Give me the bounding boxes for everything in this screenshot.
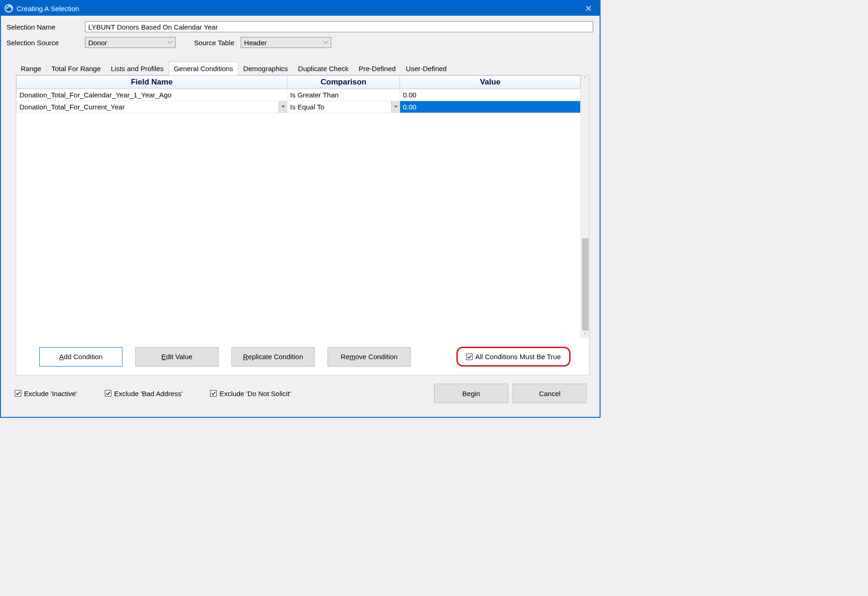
footer-buttons: Begin Cancel xyxy=(434,384,587,403)
close-button[interactable] xyxy=(579,1,598,16)
window-title: Creating A Selection xyxy=(17,5,579,12)
checkbox-box xyxy=(15,390,21,397)
all-conditions-callout: All Conditions Must Be True xyxy=(456,347,571,367)
table-row[interactable]: Donation_Total_For_Current_Year Is Equal… xyxy=(17,101,581,113)
source-table-select[interactable]: Header xyxy=(241,37,331,48)
all-conditions-checkbox[interactable]: All Conditions Must Be True xyxy=(466,353,561,361)
edit-value-button[interactable]: Edit Value xyxy=(135,347,219,367)
tab-pre-defined[interactable]: Pre-Defined xyxy=(354,61,401,75)
col-header-field[interactable]: Field Name xyxy=(17,76,287,89)
scroll-up-arrow[interactable]: ˄ xyxy=(584,76,586,81)
check-icon xyxy=(106,391,110,396)
tab-range[interactable]: Range xyxy=(16,61,46,75)
exclude-inactive-checkbox[interactable]: Exclude 'Inactive' xyxy=(15,390,77,397)
selection-source-label: Selection Source xyxy=(6,39,85,47)
checkbox-box xyxy=(210,390,217,397)
tab-general-conditions[interactable]: General Conditions xyxy=(169,61,238,75)
tab-user-defined[interactable]: User-Defined xyxy=(401,61,452,75)
cell-field[interactable]: Donation_Total_For_Calendar_Year_1_Year_… xyxy=(17,89,287,101)
chevron-down-icon xyxy=(281,106,285,108)
cell-comparison[interactable]: Is Greater Than xyxy=(287,89,400,101)
checkbox-box xyxy=(466,354,473,360)
tab-duplicate-check[interactable]: Duplicate Check xyxy=(293,61,353,75)
tab-demographics[interactable]: Demographics xyxy=(238,61,293,75)
tab-lists-and-profiles[interactable]: Lists and Profiles xyxy=(106,61,169,75)
scroll-down-arrow[interactable]: ˅ xyxy=(584,332,586,337)
check-icon xyxy=(211,391,216,396)
checkbox-box xyxy=(105,390,111,397)
selection-source-select[interactable]: Donor xyxy=(85,37,176,48)
conditions-grid-wrap: Field Name Comparison Value Donation_Tot… xyxy=(16,75,589,338)
exclude-inactive-label: Exclude 'Inactive' xyxy=(24,390,77,397)
replicate-condition-button[interactable]: Replicate Condition xyxy=(231,347,315,367)
cell-field[interactable]: Donation_Total_For_Current_Year xyxy=(17,101,287,113)
check-icon xyxy=(467,355,472,359)
close-icon xyxy=(586,6,591,11)
all-conditions-label: All Conditions Must Be True xyxy=(475,353,561,361)
add-condition-button[interactable]: Add Condition xyxy=(39,347,122,367)
scrollbar-thumb[interactable] xyxy=(582,238,589,331)
scrollbar-track[interactable] xyxy=(582,83,589,331)
chevron-down-icon xyxy=(168,41,172,44)
check-icon xyxy=(16,391,20,396)
conditions-table: Field Name Comparison Value Donation_Tot… xyxy=(16,75,581,113)
exclude-bad-address-label: Exclude 'Bad Address' xyxy=(114,390,182,397)
vertical-scrollbar[interactable]: ˄ ˅ xyxy=(581,75,589,338)
conditions-grid: Field Name Comparison Value Donation_Tot… xyxy=(16,75,581,338)
tab-panel-general-conditions: Field Name Comparison Value Donation_Tot… xyxy=(16,75,589,375)
chevron-down-icon xyxy=(323,41,328,44)
cell-comparison[interactable]: Is Equal To xyxy=(287,101,400,113)
cell-comparison-dropdown[interactable] xyxy=(391,101,400,113)
cell-value[interactable]: 0.00 xyxy=(400,89,581,101)
footer-row: Exclude 'Inactive' Exclude 'Bad Address'… xyxy=(6,375,594,411)
dialog-window: Creating A Selection Selection Name Sele… xyxy=(0,0,601,418)
cell-field-dropdown[interactable] xyxy=(279,101,287,113)
col-header-value[interactable]: Value xyxy=(400,76,581,89)
cell-comparison-text: Is Equal To xyxy=(290,103,324,111)
exclude-dns-checkbox[interactable]: Exclude 'Do Not Solicit' xyxy=(210,390,291,397)
cell-field-text: Donation_Total_For_Current_Year xyxy=(19,103,125,111)
cell-value[interactable]: 0.00 xyxy=(400,101,581,113)
begin-button[interactable]: Begin xyxy=(434,384,508,403)
source-table-label: Source Table xyxy=(194,39,234,47)
exclude-bad-address-checkbox[interactable]: Exclude 'Bad Address' xyxy=(105,390,182,397)
table-row[interactable]: Donation_Total_For_Calendar_Year_1_Year_… xyxy=(17,89,581,101)
source-table-value: Header xyxy=(244,39,267,47)
row-selection-name: Selection Name xyxy=(6,21,594,32)
selection-source-value: Donor xyxy=(88,39,107,47)
selection-name-label: Selection Name xyxy=(6,23,85,31)
titlebar: Creating A Selection xyxy=(1,1,600,16)
col-header-comparison[interactable]: Comparison xyxy=(287,76,400,89)
cancel-button[interactable]: Cancel xyxy=(513,384,587,403)
tabs-row: Range Total For Range Lists and Profiles… xyxy=(16,61,589,75)
selection-name-input[interactable] xyxy=(85,21,593,32)
chevron-down-icon xyxy=(394,106,398,108)
row-selection-source: Selection Source Donor Source Table Head… xyxy=(6,37,594,48)
exclude-dns-label: Exclude 'Do Not Solicit' xyxy=(219,390,291,397)
dialog-body: Selection Name Selection Source Donor So… xyxy=(1,16,600,417)
remove-condition-button[interactable]: Remove Condition xyxy=(328,347,411,367)
app-icon xyxy=(5,4,13,12)
tab-total-for-range[interactable]: Total For Range xyxy=(46,61,106,75)
conditions-buttons-row: Add Condition Edit Value Replicate Condi… xyxy=(16,338,589,375)
